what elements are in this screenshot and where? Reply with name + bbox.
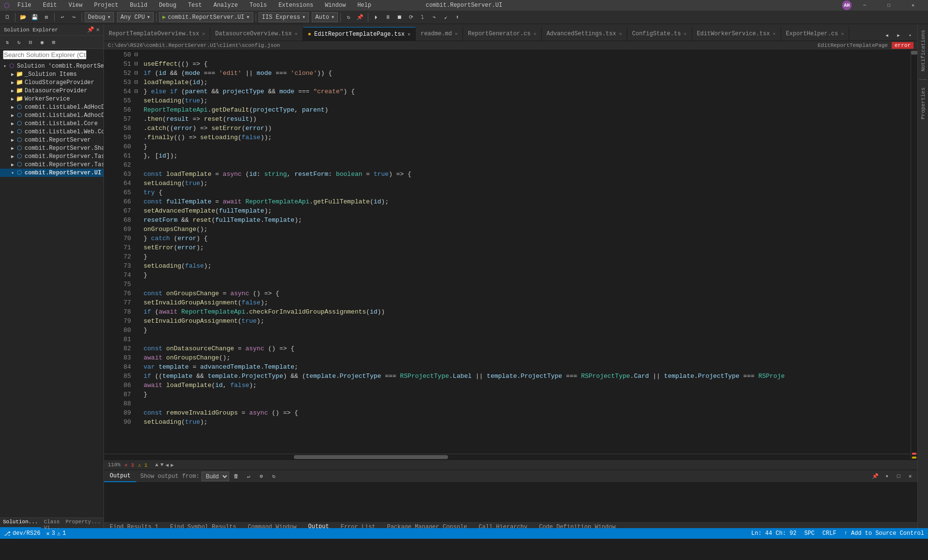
se-tab-solution[interactable]: Solution... xyxy=(0,518,41,528)
open-button[interactable]: 📂 xyxy=(18,12,29,23)
platform-dropdown[interactable]: Any CPU ▾ xyxy=(117,12,154,22)
source-control-status[interactable]: ⎇ dev/RS26 xyxy=(4,530,41,537)
debug-btn-6[interactable]: ↷ xyxy=(429,12,439,23)
menu-view[interactable]: View xyxy=(65,1,87,10)
search-solution-explorer-input[interactable] xyxy=(3,50,87,59)
bottom-tab-error-list[interactable]: Error List xyxy=(335,522,381,529)
close-tab-do[interactable]: ✕ xyxy=(295,31,298,37)
close-se-button[interactable]: ✕ xyxy=(96,26,100,33)
vertical-scrollbar[interactable] xyxy=(911,50,917,459)
cursor-position-status[interactable]: Ln: 44 Ch: 92 xyxy=(751,530,797,537)
properties-panel-tab[interactable]: Properties xyxy=(919,84,927,123)
collapse-76[interactable]: ⊟ xyxy=(133,69,140,78)
close-tab-cs[interactable]: ✕ xyxy=(684,31,687,37)
debug-btn-4[interactable]: ⟳ xyxy=(406,12,416,23)
collapse-63[interactable]: ⊟ xyxy=(133,59,140,69)
save-button[interactable]: 💾 xyxy=(29,12,40,23)
code-editor[interactable]: 50 51 52 53 54 55 56 57 58 59 60 61 xyxy=(104,50,911,459)
maximize-button[interactable]: □ xyxy=(878,0,900,11)
menu-debug[interactable]: Debug xyxy=(155,1,180,10)
tab-report-generator[interactable]: ReportGenerator.cs ✕ xyxy=(463,27,542,41)
minimize-output-button[interactable]: ▾ xyxy=(882,471,892,482)
menu-build[interactable]: Build xyxy=(126,1,151,10)
horizontal-scrollbar[interactable] xyxy=(104,454,911,459)
bottom-tab-find-results[interactable]: Find Results 1 xyxy=(104,522,164,529)
bottom-tab-package-manager[interactable]: Package Manager Console xyxy=(381,522,473,529)
close-tab-as[interactable]: ✕ xyxy=(619,31,622,37)
tree-item-rs[interactable]: ▶ ⬡ combit.ReportServer xyxy=(0,136,103,144)
menu-file[interactable]: File xyxy=(14,1,35,10)
code-text-area[interactable]: useEffect(() => { if (id && (mode === 'e… xyxy=(140,50,911,454)
menu-extensions[interactable]: Extensions xyxy=(275,1,317,10)
notifications-panel-tab[interactable]: Notifications xyxy=(919,26,927,75)
tree-item-solution[interactable]: ▾ ⬡ Solution 'combit.ReportServer.UI' (2… xyxy=(0,62,103,70)
debug-btn-2[interactable]: ⏸ xyxy=(382,12,393,23)
go-to-next-error-icon[interactable]: ▼ xyxy=(160,462,164,468)
tab-report-template-overview[interactable]: ReportTemplateOverview.tsx ✕ xyxy=(104,27,210,41)
tree-item-ll-core[interactable]: ▶ ⬡ combit.ListLabel.Core xyxy=(0,119,103,128)
pin-icon[interactable]: 📌 xyxy=(87,26,94,33)
output-source-dropdown[interactable]: Build xyxy=(202,472,229,481)
menu-window[interactable]: Window xyxy=(321,1,349,10)
menu-help[interactable]: Help xyxy=(353,1,375,10)
menu-test[interactable]: Test xyxy=(184,1,206,10)
close-tab-ews[interactable]: ✕ xyxy=(773,31,776,37)
refresh-output-button[interactable]: ↻ xyxy=(269,471,279,482)
tab-edit-report-template-page[interactable]: ● EditReportTemplatePage.tsx ✕ xyxy=(303,27,416,41)
close-output-button[interactable]: ✕ xyxy=(905,471,915,482)
clear-output-button[interactable]: 🗑 xyxy=(231,471,242,482)
close-tab-rto[interactable]: ✕ xyxy=(202,31,205,37)
bottom-tab-output[interactable]: Output xyxy=(302,521,334,529)
tree-item-solution-items[interactable]: ▶ 📁 _Solution Items xyxy=(0,70,103,78)
tab-scroll-left[interactable]: ◀ xyxy=(882,30,892,41)
refresh-button[interactable]: ↻ xyxy=(343,12,354,23)
tab-edit-worker-service[interactable]: EditWorkerService.tsx ✕ xyxy=(692,27,781,41)
tab-export-helper[interactable]: ExportHelper.cs ✕ xyxy=(781,27,849,41)
build-mode-dropdown[interactable]: Auto ▾ xyxy=(312,12,338,22)
collapse-51[interactable]: ⊟ xyxy=(133,50,140,59)
bottom-tab-code-definition[interactable]: Code Definition Window xyxy=(533,522,621,529)
word-wrap-button[interactable]: ↵ xyxy=(244,471,254,482)
bottom-tab-call-hierarchy[interactable]: Call Hierarchy xyxy=(473,522,533,529)
close-tab-eh[interactable]: ✕ xyxy=(841,31,844,37)
scrollbar-thumb-v[interactable] xyxy=(911,51,917,55)
line-ending-status[interactable]: CRLF xyxy=(823,530,837,537)
debug-btn-7[interactable]: ↙ xyxy=(440,12,451,23)
bottom-tab-find-symbol[interactable]: Find Symbol Results xyxy=(164,522,242,529)
tree-item-datasource[interactable]: ▶ 📁 DatasourceProvider xyxy=(0,86,103,95)
tree-item-ll-web-core[interactable]: ▶ ⬡ combit.ListLabel.Web.Core xyxy=(0,128,103,136)
scroll-right-icon[interactable]: ▶ xyxy=(171,462,174,468)
tab-advanced-settings[interactable]: AdvancedSettings.tsx ✕ xyxy=(542,27,627,41)
menu-edit[interactable]: Edit xyxy=(39,1,61,10)
debug-btn-1[interactable]: ⏵ xyxy=(371,12,381,23)
debug-btn-5[interactable]: ⤵ xyxy=(417,12,428,23)
debug-btn-3[interactable]: ⏹ xyxy=(394,12,405,23)
pin-output-button[interactable]: 📌 xyxy=(870,471,881,482)
se-filter-button[interactable]: ⊞ xyxy=(48,37,59,47)
se-tab-properties[interactable]: Property... xyxy=(63,518,104,528)
pin-button[interactable]: 📌 xyxy=(355,12,365,23)
tree-item-rs-shared[interactable]: ▶ ⬡ combit.ReportServer.SharedTypes.Core xyxy=(0,144,103,152)
debug-mode-dropdown[interactable]: Debug ▾ xyxy=(85,12,114,22)
tree-item-ll-adhoc-web[interactable]: ▶ ⬡ combit.ListLabel.AdhocDesign.Web.Cor… xyxy=(0,111,103,119)
tree-item-cloud[interactable]: ▶ 📁 CloudStorageProvider xyxy=(0,78,103,86)
tab-config-state[interactable]: ConfigState.ts ✕ xyxy=(627,27,692,41)
new-project-button[interactable]: 🗋 xyxy=(2,12,13,23)
tab-scroll-right[interactable]: ▶ xyxy=(893,30,904,41)
scrollbar-track[interactable] xyxy=(140,455,911,459)
add-to-source-control[interactable]: ↑ Add to Source Control xyxy=(844,530,924,537)
close-tab-rg[interactable]: ✕ xyxy=(534,31,536,37)
se-view-button[interactable]: ◉ xyxy=(37,37,47,47)
tab-readme[interactable]: readme.md ✕ xyxy=(416,27,463,41)
tab-datasource-overview[interactable]: DatasourceOverview.tsx ✕ xyxy=(210,27,303,41)
collapse-89[interactable]: ⊟ xyxy=(133,87,140,96)
go-to-error-icon[interactable]: ▲ xyxy=(155,462,159,468)
se-collapse-button[interactable]: ⊟ xyxy=(25,37,36,47)
menu-tools[interactable]: Tools xyxy=(246,1,271,10)
se-refresh-button[interactable]: ↻ xyxy=(14,37,24,47)
scrollbar-thumb[interactable] xyxy=(294,455,448,459)
tree-item-worker[interactable]: ▶ 📁 WorkerService xyxy=(0,95,103,103)
output-settings-button[interactable]: ⚙ xyxy=(256,471,267,482)
debug-btn-8[interactable]: ⬆ xyxy=(452,12,463,23)
project-dropdown[interactable]: ▶ combit.ReportServer.UI ▾ xyxy=(159,12,253,22)
